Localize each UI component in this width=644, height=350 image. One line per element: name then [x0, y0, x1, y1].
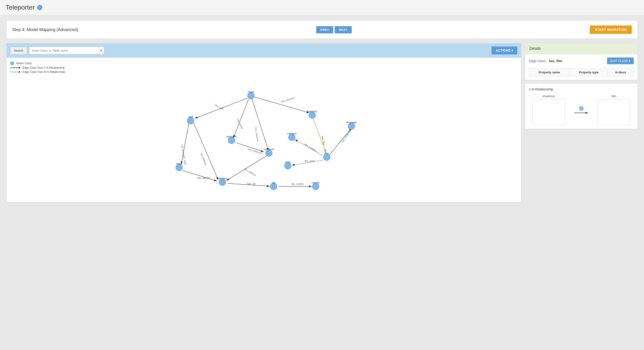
edge-class-label: Edge Class:: [529, 59, 546, 63]
edge-class-row: Edge Class: has_film EDIT CLASS ▾: [529, 57, 634, 64]
svg-marker-1: [19, 67, 20, 69]
node-actor[interactable]: [284, 163, 291, 169]
svg-line-10: [252, 99, 268, 151]
node-store[interactable]: [176, 164, 182, 171]
svg-text:rental: rental: [248, 90, 254, 93]
col-property-type: Property type: [570, 68, 608, 77]
legend-vertex-label: Vertex Class: [16, 62, 32, 65]
svg-marker-3: [19, 71, 20, 73]
graph-area: Vertex Class Edge Class from 1-N Relatio…: [6, 58, 521, 202]
legend-edge-dashed-label: Edge Class from N-N Relationship: [22, 70, 65, 74]
node-inventory[interactable]: [309, 112, 316, 118]
legend-edge-solid: Edge Class from 1-N Relationship: [10, 66, 517, 69]
svg-text:has_staff: has_staff: [214, 103, 224, 110]
help-icon[interactable]: ?: [37, 5, 42, 10]
edge-class-value: has_film: [549, 59, 604, 63]
relationship-title: 1-N Relationship: [529, 87, 634, 91]
svg-text:film_category: film_category: [304, 143, 317, 152]
svg-text:has_address: has_address: [197, 177, 210, 179]
svg-text:address: address: [218, 177, 227, 180]
step-title: Step 4: Model Mapping (Advanced): [12, 27, 78, 32]
rel-to-label: film: [612, 94, 616, 98]
svg-text:customer: customer: [264, 148, 274, 150]
next-button[interactable]: NEXT: [335, 26, 352, 33]
solid-arrow-icon: [10, 66, 20, 69]
svg-text:language: language: [346, 121, 356, 124]
main-content: Step 4: Model Mapping (Advanced) PREV NE…: [0, 15, 644, 207]
col-property-name: Property name: [529, 68, 570, 77]
svg-text:has_country: has_country: [291, 183, 304, 185]
svg-text:has_inventory: has_inventory: [280, 96, 295, 103]
svg-text:category: category: [287, 132, 297, 135]
node-film[interactable]: [324, 154, 330, 161]
search-input-wrapper: ▾: [29, 47, 104, 54]
content-panels: Search ▾ ACTIONS ▾ Vertex Class: [6, 43, 638, 202]
rel-node-to: film: [598, 94, 630, 125]
svg-text:store: store: [176, 162, 182, 165]
graph-svg: has_inventory has_staff has_customer has…: [10, 76, 517, 197]
rel-arrow-area: ?: [574, 94, 588, 113]
svg-text:film_actor: film_actor: [305, 160, 315, 162]
step-bar: Step 4: Model Mapping (Advanced) PREV NE…: [6, 21, 638, 38]
svg-text:actor: actor: [285, 161, 291, 163]
legend-edge-solid-label: Edge Class from 1-N Relationship: [22, 66, 65, 69]
actions-button[interactable]: ACTIONS ▾: [492, 46, 517, 54]
app-header: Teleporter ?: [0, 0, 644, 15]
svg-line-22: [226, 155, 267, 181]
start-migration-button[interactable]: START MIGRATION: [590, 25, 632, 34]
edit-class-button[interactable]: EDIT CLASS ▾: [607, 57, 634, 64]
app-title: Teleporter: [6, 4, 35, 11]
svg-text:has_customer: has_customer: [247, 147, 262, 154]
rel-to-box: [598, 99, 630, 125]
svg-text:has_address: has_address: [200, 152, 207, 166]
rel-from-label: inventory: [542, 94, 555, 98]
svg-text:has_language: has_language: [341, 129, 352, 143]
svg-text:country: country: [312, 181, 320, 184]
details-body: Edge Class: has_film EDIT CLASS ▾ Proper…: [525, 54, 638, 80]
svg-line-12: [233, 99, 248, 138]
svg-line-18: [194, 123, 218, 180]
col-actions: Actions: [608, 68, 634, 77]
node-category[interactable]: [288, 134, 295, 141]
search-label-button[interactable]: Search: [10, 47, 27, 54]
search-dropdown-arrow-icon[interactable]: ▾: [98, 47, 104, 54]
rel-help-icon[interactable]: ?: [579, 106, 584, 111]
svg-text:inventory: inventory: [307, 110, 318, 113]
search-bar: Search ▾ ACTIONS ▾: [6, 43, 521, 58]
legend-vertex: Vertex Class: [10, 61, 517, 65]
svg-text:payment: payment: [226, 135, 236, 138]
svg-line-14: [313, 118, 326, 153]
node-country[interactable]: [312, 183, 319, 190]
search-input[interactable]: [30, 47, 98, 54]
prev-button[interactable]: PREV: [316, 26, 333, 33]
node-payment[interactable]: [228, 137, 235, 144]
node-address[interactable]: [219, 179, 226, 186]
svg-text:film: film: [324, 152, 328, 155]
properties-table: Property name Property type Actions: [529, 68, 634, 77]
step-nav: PREV NEXT: [316, 26, 352, 33]
right-panel: Details Edge Class: has_film EDIT CLASS …: [525, 43, 638, 202]
rel-arrow-icon: [574, 113, 588, 113]
svg-text:staff: staff: [188, 115, 194, 118]
svg-text:city: city: [272, 181, 276, 184]
relationship-diagram: inventory ? film: [529, 94, 634, 125]
rel-node-from: inventory: [532, 94, 565, 125]
vertex-circle-icon: [10, 61, 14, 65]
legend-edge-dashed: Edge Class from N-N Relationship: [10, 70, 517, 74]
node-city[interactable]: [270, 183, 277, 190]
details-box: Details Edge Class: has_film EDIT CLASS …: [525, 43, 638, 80]
node-rental[interactable]: [248, 92, 254, 99]
node-staff[interactable]: [187, 117, 194, 124]
node-language[interactable]: [348, 123, 355, 129]
legend: Vertex Class Edge Class from 1-N Relatio…: [10, 61, 517, 74]
details-header: Details: [525, 43, 638, 54]
svg-text:has_customer: has_customer: [255, 127, 259, 142]
relationship-box: 1-N Relationship inventory ? film: [525, 84, 638, 129]
left-panel: Search ▾ ACTIONS ▾ Vertex Class: [6, 43, 521, 202]
node-customer[interactable]: [266, 150, 272, 156]
dashed-arrow-icon: [10, 70, 20, 74]
svg-text:has_city: has_city: [247, 182, 256, 185]
svg-line-24: [183, 171, 217, 181]
rel-from-box: [532, 99, 565, 125]
svg-text:has_address: has_address: [244, 168, 256, 176]
